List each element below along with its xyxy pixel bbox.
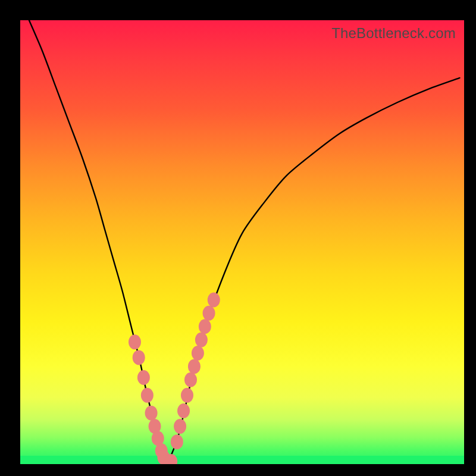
bottleneck-curve (29, 20, 460, 462)
dot (195, 333, 208, 347)
dot (208, 292, 220, 307)
chart-frame: TheBottleneck.com (0, 0, 476, 476)
dot (188, 359, 201, 374)
highlight-dots (129, 292, 220, 464)
plot-area: TheBottleneck.com (20, 20, 464, 464)
dot (203, 306, 215, 321)
dot (145, 406, 158, 421)
dot (129, 334, 141, 349)
dot (192, 346, 204, 361)
dot (199, 319, 211, 334)
dot (133, 350, 145, 365)
dot (137, 370, 150, 385)
watermark-label: TheBottleneck.com (331, 25, 456, 42)
dot (141, 388, 154, 403)
dot (174, 419, 186, 434)
dot (184, 372, 197, 387)
chart-svg (20, 20, 464, 464)
dot (177, 403, 190, 418)
dot (181, 388, 193, 403)
dot (171, 434, 183, 449)
